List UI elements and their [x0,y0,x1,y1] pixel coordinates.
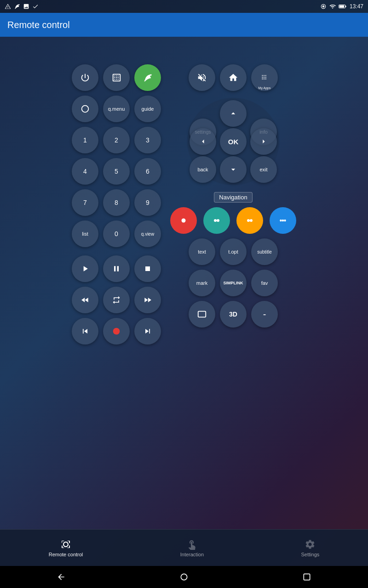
left-button[interactable] [190,128,216,155]
ratio-button[interactable] [72,96,98,122]
home-button[interactable] [220,64,247,91]
android-navbar [0,566,368,588]
fav-button[interactable]: fav [251,270,278,296]
svg-point-1 [322,6,325,8]
row-123: 1 2 3 [72,127,161,153]
navigation-label: Navigation [214,192,252,203]
svg-point-5 [82,106,89,113]
record-button[interactable] [103,318,130,345]
num-9-button[interactable]: 9 [134,189,161,216]
mute-button[interactable] [189,64,215,91]
qview-button[interactable]: q.view [134,220,161,247]
myapps-button[interactable]: My Apps [251,64,278,91]
alert-icon [5,3,11,10]
svg-rect-4 [345,6,346,7]
eco-button[interactable] [134,64,161,91]
num-6-button[interactable]: 6 [134,158,161,185]
svg-point-9 [214,219,217,222]
main-content: q.menu guide 1 2 3 4 5 6 7 8 9 list 0 q.… [0,37,368,529]
mark-button[interactable]: mark [189,270,215,296]
row-789: 7 8 9 [72,189,161,216]
android-home-button[interactable] [177,570,191,584]
svg-point-12 [250,219,253,222]
text-button[interactable]: text [189,238,215,265]
svg-point-11 [247,219,250,222]
back-button[interactable]: back [190,156,216,183]
num-0-button[interactable]: 0 [103,220,130,247]
nav-remote-control[interactable]: Remote control [49,539,83,557]
down-button[interactable] [220,156,247,183]
row-text: text t.opt subtitle [189,238,278,265]
svg-point-8 [182,219,186,223]
battery-icon [339,4,347,9]
fast-forward-button[interactable] [134,287,161,313]
pause-button[interactable] [103,255,130,282]
row-list: list 0 q.view [72,220,161,247]
row-456: 4 5 6 [72,158,161,185]
3d-button[interactable]: 3D [220,301,247,328]
svg-rect-18 [304,574,310,580]
right-top-row: My Apps [189,64,278,91]
power-button[interactable] [72,64,98,91]
teal-color-button[interactable] [203,207,230,234]
android-recents-button[interactable] [300,570,314,584]
prev-button[interactable] [72,318,98,345]
nav-remote-label: Remote control [49,552,83,557]
simplink-button[interactable]: SIMPLINK [220,270,247,296]
blue-color-button[interactable] [270,207,296,234]
num-7-button[interactable]: 7 [72,189,98,216]
topt-button[interactable]: t.opt [220,238,247,265]
stop-button[interactable] [134,255,161,282]
nav-interaction[interactable]: Interaction [180,539,204,557]
svg-rect-3 [339,6,344,8]
remote-icon [60,539,71,550]
next-button[interactable] [134,318,161,345]
row-top [72,64,161,91]
time-display: 13:47 [350,3,363,10]
num-4-button[interactable]: 4 [72,158,98,185]
play-button[interactable] [72,255,98,282]
row-prev [72,318,161,345]
dpad-area: settings info OK back [185,96,282,187]
red-color-button[interactable] [170,207,197,234]
subtitle-button[interactable]: subtitle [251,238,278,265]
num-3-button[interactable]: 3 [134,127,161,153]
circle-icon [320,3,327,10]
nav-interaction-label: Interaction [180,552,204,557]
ok-button[interactable]: OK [220,128,247,155]
list-button[interactable]: list [72,220,98,247]
num-5-button[interactable]: 5 [103,158,130,185]
status-icons-left [5,3,39,10]
up-button[interactable] [220,100,247,127]
app-title: Remote control [7,20,70,30]
right-button[interactable] [250,128,277,155]
guide-button[interactable]: guide [134,96,161,122]
android-back-button[interactable] [54,570,68,584]
num-2-button[interactable]: 2 [103,127,130,153]
rewind-button[interactable] [72,287,98,313]
row-ratio: 3D - [189,301,278,328]
repeat-button[interactable] [103,287,130,313]
qmenu-button[interactable]: q.menu [103,96,130,122]
photo-icon [23,3,29,10]
row-mark: mark SIMPLINK fav [189,270,278,296]
input-button[interactable] [103,64,130,91]
aspect-ratio-button[interactable] [189,301,215,328]
svg-point-17 [181,574,187,580]
nav-settings[interactable]: Settings [301,539,320,557]
interaction-icon [186,539,197,550]
row-play [72,255,161,282]
myapps-label: My Apps [259,86,271,90]
nav-settings-label: Settings [301,552,320,557]
num-8-button[interactable]: 8 [103,189,130,216]
yellow-color-button[interactable] [236,207,263,234]
dash-button[interactable]: - [251,301,278,328]
svg-rect-16 [198,311,206,317]
row-2: q.menu guide [72,96,161,122]
exit-button[interactable]: exit [250,156,277,183]
svg-point-13 [280,220,282,222]
row-rewind [72,287,161,313]
num-1-button[interactable]: 1 [72,127,98,153]
svg-point-10 [217,219,219,222]
color-buttons-row [170,207,296,234]
